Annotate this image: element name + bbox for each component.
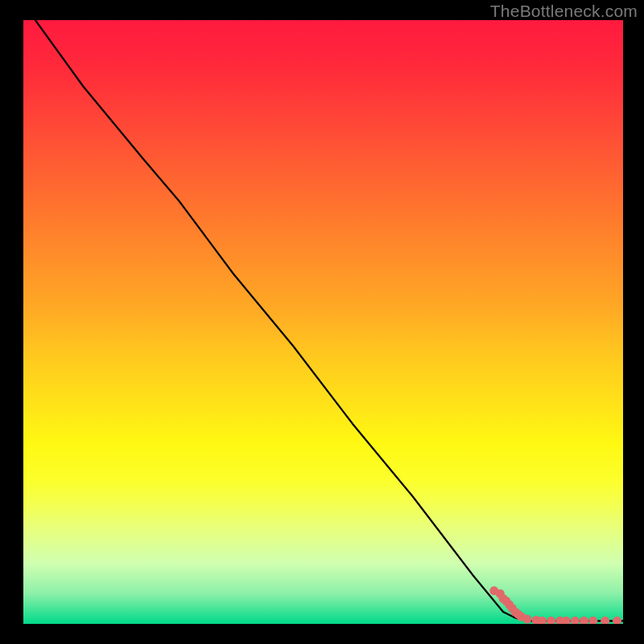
data-point: [588, 617, 597, 624]
plot-svg: [23, 20, 623, 624]
data-point: [522, 615, 531, 624]
watermark-text: TheBottleneck.com: [490, 2, 638, 21]
data-point: [580, 617, 588, 624]
scatter-points: [489, 586, 621, 624]
data-point: [571, 617, 580, 624]
data-point: [547, 617, 555, 624]
data-point: [613, 617, 621, 624]
curve-line: [35, 20, 623, 621]
data-point: [601, 617, 609, 624]
chart-container: TheBottleneck.com: [0, 0, 644, 644]
